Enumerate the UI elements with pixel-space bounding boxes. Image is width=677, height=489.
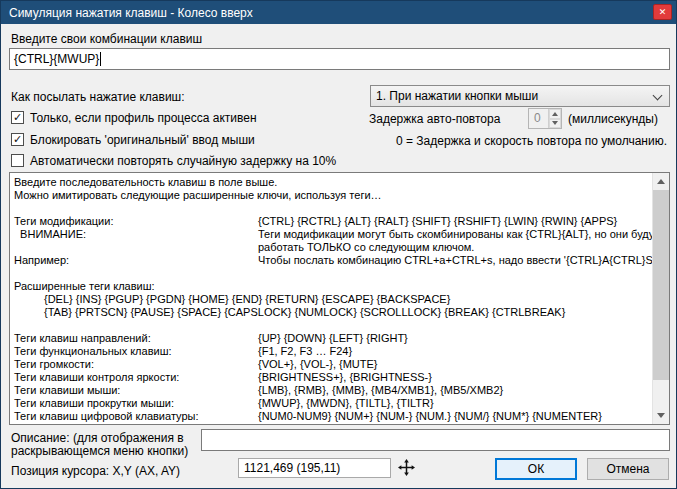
spinner-buttons	[548, 109, 561, 128]
help-text-area[interactable]: Введите последовательность клавиш в поле…	[9, 172, 670, 425]
help-row: работать ТОЛЬКО со следующим ключом.	[14, 241, 652, 254]
help-row: Введите последовательность клавиш в поле…	[14, 176, 652, 189]
window-title: Симуляция нажатия клавиш - Колесо вверх	[1, 6, 253, 20]
help-row-label: Теги клавиш цифровой клавиатуры:	[14, 410, 258, 423]
block-original-input-label: Блокировать 'оригинальный' ввод мыши	[30, 133, 255, 147]
auto-repeat-delay-spinner: 0	[528, 108, 562, 129]
crosshair-icon	[398, 459, 415, 476]
description-input[interactable]	[201, 429, 670, 451]
key-combination-value: {CTRL}{MWUP}	[14, 52, 99, 66]
help-row-text: Введите последовательность клавиш в поле…	[14, 176, 277, 188]
help-row: Теги громкости:{VOL+}, {VOL-}, {MUTE}	[14, 358, 652, 371]
help-row-label: Теги функциональных клавиш:	[14, 345, 258, 358]
check-icon: ✓	[13, 134, 22, 145]
help-row	[14, 202, 652, 215]
help-row-label: Теги клавиши мыши:	[14, 384, 258, 397]
help-row: Теги клавиш направлений:{UP} {DOWN} {LEF…	[14, 332, 652, 345]
help-row-label: Теги клавиши прокрутки мыши:	[14, 397, 258, 410]
milliseconds-label: (миллисекунды)	[568, 112, 658, 126]
help-row-label: Теги модификации:	[14, 215, 258, 228]
scrollbar[interactable]	[652, 173, 669, 424]
help-row: Расширенные теги клавиш:	[14, 280, 652, 293]
help-row: {DEL} {INS} {PGUP} {PGDN} {HOME} {END} {…	[14, 293, 652, 306]
block-original-input-checkbox[interactable]: ✓	[11, 133, 24, 146]
spinner-down-button[interactable]	[549, 119, 561, 129]
help-row	[14, 319, 652, 332]
scrollbar-track[interactable]	[653, 190, 669, 407]
help-row-text: {DEL} {INS} {PGUP} {PGDN} {HOME} {END} {…	[44, 293, 450, 305]
help-row: Теги клавиш цифровой клавиатуры:{NUM0-NU…	[14, 410, 652, 423]
scroll-down-button[interactable]	[653, 407, 669, 424]
text-caret	[100, 52, 101, 66]
help-row	[14, 267, 652, 280]
triangle-up-icon	[552, 112, 558, 116]
send-mode-label: Как посылать нажатие клавиш:	[11, 90, 185, 104]
help-row-text: Расширенные теги клавиш:	[14, 280, 155, 292]
help-row-text: {UP} {DOWN} {LEFT} {RIGHT}	[258, 332, 408, 344]
scrollbar-thumb[interactable]	[653, 190, 669, 380]
help-row-text: работать ТОЛЬКО со следующим ключом.	[258, 241, 474, 253]
help-row: Теги функциональных клавиш:{F1, F2, F3 ……	[14, 345, 652, 358]
help-row: {TAB} {PRTSCN} {PAUSE} {SPACE} {CAPSLOCK…	[14, 306, 652, 319]
random-delay-checkbox[interactable]: ✓	[11, 154, 24, 167]
help-row: Теги клавиши контроля яркости:{BRIGHTNES…	[14, 371, 652, 384]
help-row-text: {F1, F2, F3 … F24}	[258, 345, 352, 357]
help-row-text: Теги модификации могут быть скомбинирова…	[258, 228, 652, 240]
chevron-down-icon	[653, 91, 663, 101]
cursor-position-label: Позиция курсора: X,Y (AX, AY)	[11, 464, 180, 478]
triangle-down-icon	[552, 121, 558, 125]
help-row-text: {MWUP}, {MWDN}, {TILTL}, {TILTR}	[258, 397, 434, 409]
close-button[interactable]: ✕	[653, 4, 672, 20]
help-row-text: {VOL+}, {VOL-}, {MUTE}	[258, 358, 378, 370]
help-row-label: Теги клавиши контроля яркости:	[14, 371, 258, 384]
help-row: Можно имитировать следующие расширенные …	[14, 189, 652, 202]
auto-repeat-delay-value[interactable]: 0	[529, 109, 548, 128]
titlebar[interactable]: Симуляция нажатия клавиш - Колесо вверх …	[1, 1, 676, 24]
triangle-down-icon	[657, 413, 665, 418]
delay-hint-label: 0 = Задержка и скорость повтора по умолч…	[396, 134, 667, 148]
help-row-label: Например:	[14, 254, 258, 267]
help-row-text: {TAB} {PRTSCN} {PAUSE} {SPACE} {CAPSLOCK…	[44, 306, 565, 318]
help-content: Введите последовательность клавиш в поле…	[10, 173, 652, 424]
scroll-up-button[interactable]	[653, 173, 669, 190]
description-label: Описание: (для отображения в раскрывающе…	[11, 432, 199, 458]
cursor-position-value: 1121,469 (195,11)	[238, 458, 391, 478]
help-row: ВНИМАНИЕ:Теги модификации могут быть ско…	[14, 228, 652, 241]
help-row: Теги модификации:{CTRL} {RCTRL} {ALT} {R…	[14, 215, 652, 228]
help-row-text: {BRIGHTNESS+}, {BRIGHTNESS-}	[258, 371, 432, 383]
random-delay-label: Автоматически повторять случайную задерж…	[30, 154, 336, 168]
help-row: Теги клавиши прокрутки мыши:{MWUP}, {MWD…	[14, 397, 652, 410]
help-row-text: Можно имитировать следующие расширенные …	[14, 189, 382, 201]
auto-repeat-delay-label: Задержка авто-повтора	[369, 112, 500, 126]
cancel-button[interactable]: Отмена	[587, 458, 669, 480]
help-row-label: Теги громкости:	[14, 358, 258, 371]
help-row-text: {NUM0-NUM9} {NUM+} {NUM-} {NUM.} {NUM/} …	[258, 410, 602, 422]
help-row: Например:Чтобы послать комбинацию CTRL+a…	[14, 254, 652, 267]
cursor-position-picker-button[interactable]	[395, 457, 417, 479]
help-row: Теги клавиши мыши:{LMB}, {RMB}, {MMB}, {…	[14, 384, 652, 397]
dialog-window: Симуляция нажатия клавиш - Колесо вверх …	[0, 0, 677, 489]
ok-button[interactable]: ОК	[495, 458, 577, 480]
send-mode-dropdown[interactable]: 1. При нажатии кнопки мыши	[370, 85, 670, 107]
key-combination-label: Введите свои комбинации клавиш	[11, 32, 202, 46]
triangle-up-icon	[657, 179, 665, 184]
profile-active-checkbox[interactable]: ✓	[11, 111, 24, 124]
spinner-up-button[interactable]	[549, 109, 561, 119]
help-row-text: Чтобы послать комбинацию CTRL+a+CTRL+s, …	[258, 254, 652, 266]
close-icon: ✕	[659, 7, 667, 17]
profile-active-label: Только, если профиль процесса активен	[30, 111, 257, 125]
help-row-text: {CTRL} {RCTRL} {ALT} {RALT} {SHIFT} {RSH…	[258, 215, 617, 227]
help-row-label: ВНИМАНИЕ:	[14, 228, 258, 241]
help-row-text: {LMB}, {RMB}, {MMB}, {MB4/XMB1}, {MB5/XM…	[258, 384, 503, 396]
check-icon: ✓	[13, 112, 22, 123]
key-combination-input[interactable]: {CTRL}{MWUP}	[9, 48, 670, 70]
help-row-label: Теги клавиш направлений:	[14, 332, 258, 345]
send-mode-value: 1. При нажатии кнопки мыши	[376, 89, 538, 103]
